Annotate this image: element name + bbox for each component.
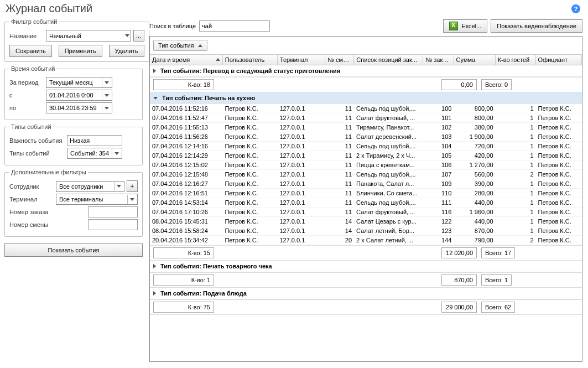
- excel-button[interactable]: Excel...: [443, 19, 487, 33]
- cell-guests: 1: [496, 208, 536, 217]
- terminal-select[interactable]: Все терминалы: [56, 194, 138, 205]
- importance-input[interactable]: [67, 135, 122, 146]
- cell-terminal: 127.0.0.1: [277, 179, 325, 189]
- group-summary: К-во: 75 29 000,00 Всего: 62: [150, 299, 582, 315]
- cell-order: 106: [423, 160, 454, 170]
- table-row[interactable]: 07.04.2016 12:15:48Петров К.С.127.0.0.11…: [150, 170, 582, 179]
- cell-order: 104: [423, 142, 454, 151]
- event-types-select[interactable]: Событий: 354: [67, 148, 122, 159]
- apply-button[interactable]: Применить: [59, 45, 102, 57]
- cell-waiter: Петров К.С.: [536, 113, 582, 123]
- extra-legend: Дополнительные фильтры: [9, 169, 88, 175]
- help-icon[interactable]: ?: [571, 4, 580, 13]
- cell-shift: 14: [325, 217, 354, 226]
- table-row[interactable]: 07.04.2016 17:10:26Петров К.С.127.0.0.11…: [150, 208, 582, 217]
- to-datetime[interactable]: 30.04.2016 23:59: [46, 102, 112, 113]
- col-sum[interactable]: Сумма: [454, 55, 495, 65]
- table-row[interactable]: 20.04.2016 15:34:42Петров К.С.127.0.0.12…: [150, 236, 582, 245]
- order-num-input[interactable]: [88, 206, 138, 217]
- terminal-value: Все терминалы: [59, 196, 103, 203]
- group-count: К-во: 15: [153, 247, 214, 258]
- group-by-box[interactable]: Тип события: [153, 40, 207, 51]
- cell-terminal: 127.0.0.1: [277, 142, 325, 151]
- group-total: Всего: 62: [481, 302, 515, 313]
- search-input[interactable]: [199, 20, 270, 32]
- table-row[interactable]: 07.04.2016 11:52:16Петров К.С.127.0.0.11…: [150, 104, 582, 113]
- cell-sum: 790,00: [454, 236, 495, 245]
- col-order[interactable]: № заказа: [423, 55, 454, 65]
- cell-waiter: Петров К.С.: [536, 189, 582, 198]
- name-more-button[interactable]: ...: [133, 30, 144, 42]
- col-positions[interactable]: Список позиций зак...: [354, 55, 423, 65]
- expand-icon: [153, 291, 156, 296]
- cell-shift: 20: [325, 236, 354, 245]
- cell-sum: 560,00: [454, 170, 495, 179]
- group-summary: К-во: 15 12 020,00 Всего: 17: [150, 245, 582, 261]
- group-row[interactable]: Тип события: Перевод в следующий статус …: [150, 65, 582, 77]
- to-label: по: [9, 105, 44, 111]
- table-row[interactable]: 07.04.2016 14:53:14Петров К.С.127.0.0.11…: [150, 198, 582, 208]
- cell-datetime: 07.04.2016 12:15:02: [150, 160, 222, 170]
- save-button[interactable]: Сохранить: [9, 45, 52, 57]
- cell-waiter: Петров К.С.: [536, 151, 582, 160]
- cell-user: Петров К.С.: [222, 170, 277, 179]
- table-row[interactable]: 07.04.2016 11:56:26Петров К.С.127.0.0.11…: [150, 132, 582, 142]
- cell-sum: 1 960,00: [454, 208, 495, 217]
- cell-shift: 11: [325, 160, 354, 170]
- cell-waiter: Петров К.С.: [536, 179, 582, 189]
- col-shift[interactable]: № смены: [325, 55, 354, 65]
- table-row[interactable]: 08.04.2016 15:45:31Петров К.С.127.0.0.11…: [150, 217, 582, 226]
- col-user[interactable]: Пользователь: [222, 55, 277, 65]
- chevron-down-icon: [125, 34, 129, 37]
- col-guests[interactable]: К-во гостей: [495, 55, 535, 65]
- cell-terminal: 127.0.0.1: [277, 160, 325, 170]
- cell-positions: Сельдь под шубой,...: [354, 198, 423, 208]
- table-row[interactable]: 08.04.2016 15:58:24Петров К.С.127.0.0.11…: [150, 226, 582, 236]
- cell-waiter: Петров К.С.: [536, 236, 582, 245]
- cell-order: 103: [423, 132, 454, 142]
- cell-guests: 1: [496, 226, 536, 236]
- group-summary: К-во: 18 0,00 Всего: 0: [150, 77, 582, 92]
- table-row[interactable]: 07.04.2016 11:55:13Петров К.С.127.0.0.11…: [150, 123, 582, 132]
- table-row[interactable]: 07.04.2016 12:14:16Петров К.С.127.0.0.11…: [150, 142, 582, 151]
- group-title: Тип события: Подача блюда: [160, 290, 247, 297]
- shift-num-input[interactable]: [88, 219, 138, 230]
- group-total: Всего: 0: [481, 79, 512, 90]
- show-events-button[interactable]: Показать события: [4, 243, 143, 257]
- cell-positions: Салат Цезарь с кур...: [354, 217, 423, 226]
- name-select[interactable]: Начальный: [46, 30, 131, 42]
- video-button[interactable]: Показать видеонаблюдение: [491, 19, 582, 33]
- table-row[interactable]: 07.04.2016 12:16:27Петров К.С.127.0.0.11…: [150, 179, 582, 189]
- cell-datetime: 07.04.2016 12:15:48: [150, 170, 222, 179]
- period-value: Текущий месяц: [49, 79, 93, 86]
- cell-shift: 11: [325, 123, 354, 132]
- table-row[interactable]: 07.04.2016 12:15:02Петров К.С.127.0.0.11…: [150, 160, 582, 170]
- col-datetime[interactable]: Дата и время: [150, 55, 222, 65]
- add-employee-button[interactable]: +: [127, 180, 138, 192]
- group-row[interactable]: Тип события: Подача блюда: [150, 288, 582, 299]
- group-row[interactable]: Тип события: Печать товарного чека: [150, 261, 582, 272]
- from-datetime[interactable]: 01.04.2016 0:00: [46, 90, 112, 101]
- delete-button[interactable]: Удалить: [109, 45, 144, 57]
- col-terminal[interactable]: Терминал: [277, 55, 325, 65]
- cell-shift: 11: [325, 170, 354, 179]
- cell-order: 101: [423, 113, 454, 123]
- cell-datetime: 07.04.2016 11:52:47: [150, 113, 222, 123]
- sort-asc-icon: [198, 44, 202, 47]
- cell-order: 111: [423, 198, 454, 208]
- table-row[interactable]: 07.04.2016 12:14:29Петров К.С.127.0.0.11…: [150, 151, 582, 160]
- cell-order: 123: [423, 226, 454, 236]
- from-label: с: [9, 92, 44, 99]
- cell-guests: 1: [496, 189, 536, 198]
- cell-terminal: 127.0.0.1: [277, 198, 325, 208]
- col-waiter[interactable]: Официант: [535, 55, 581, 65]
- employee-select[interactable]: Все сотрудники: [56, 181, 124, 192]
- group-row[interactable]: Тип события: Печать на кухню: [150, 92, 582, 104]
- cell-guests: 2: [496, 236, 536, 245]
- period-select[interactable]: Текущий месяц: [46, 77, 112, 88]
- table-row[interactable]: 07.04.2016 11:52:47Петров К.С.127.0.0.11…: [150, 113, 582, 123]
- time-fieldset: Время событий За период Текущий месяц с …: [4, 65, 143, 120]
- table-row[interactable]: 07.04.2016 12:16:51Петров К.С.127.0.0.11…: [150, 189, 582, 198]
- cell-terminal: 127.0.0.1: [277, 170, 325, 179]
- group-total: Всего: 17: [481, 247, 515, 258]
